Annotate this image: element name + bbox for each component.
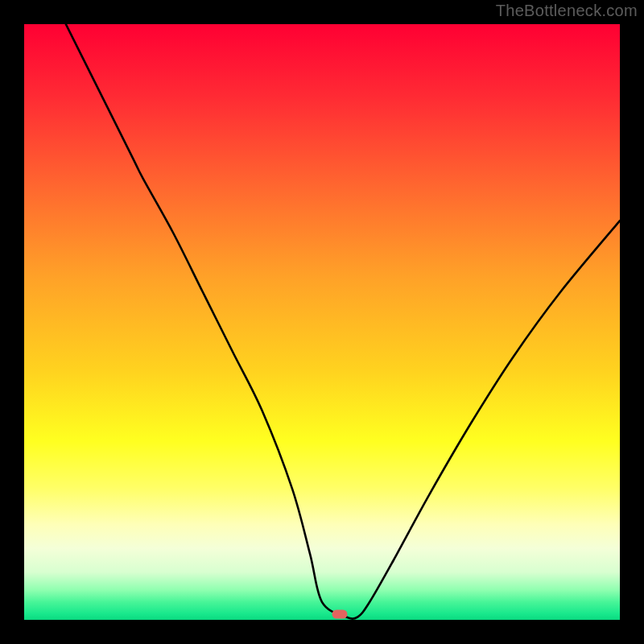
watermark-text: TheBottleneck.com [496,2,638,20]
optimum-marker [332,609,348,618]
bottleneck-curve [24,24,620,620]
plot-area [24,24,620,620]
chart-frame: TheBottleneck.com [0,0,644,644]
